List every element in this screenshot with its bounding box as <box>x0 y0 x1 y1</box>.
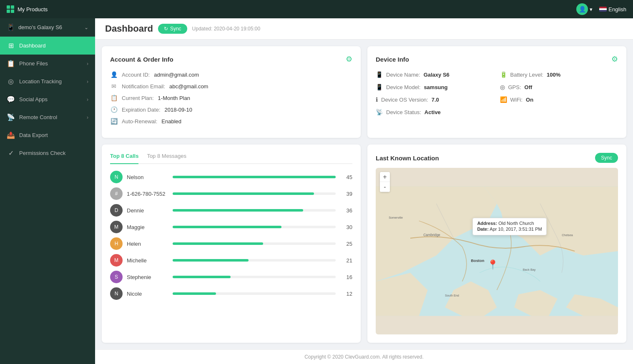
contact-name-3: Maggie <box>127 224 168 230</box>
device-info-value-4: 7.0 <box>432 97 439 103</box>
device-settings-icon[interactable]: ⚙ <box>611 55 618 64</box>
sidebar-item-permissions-check[interactable]: ✓ Permissions Check <box>0 144 95 162</box>
call-count-7: 12 <box>340 291 352 297</box>
device-info-item-0: 📱 Device Name: Galaxy S6 <box>376 71 494 78</box>
call-item-0: N Nelson 45 <box>110 171 352 183</box>
device-info-label-1: Battery Level: <box>510 72 544 78</box>
sidebar-item-remote-control[interactable]: 📡 Remote Control › <box>0 108 95 126</box>
popup-address: Address: Old North Church <box>477 221 542 226</box>
account-settings-icon[interactable]: ⚙ <box>346 55 352 64</box>
contact-avatar-0: N <box>110 171 123 183</box>
device-name: demo's Galaxy S6 <box>18 24 62 30</box>
content-area: Dashboard ↻ Sync Updated: 2020-04-20 19:… <box>95 18 633 364</box>
sidebar-chevron-remote-control: › <box>87 115 88 120</box>
map-sync-button[interactable]: Sync <box>595 153 618 163</box>
map-container: Cambridge Boston Winthrop Somerville Bac… <box>376 168 618 334</box>
footer: Copyright © 2020 ClevGuard.com. All righ… <box>95 349 633 364</box>
contact-name-7: Nicole <box>127 291 168 297</box>
device-selector[interactable]: 📱 demo's Galaxy S6 ⌄ <box>0 18 95 37</box>
account-row-value-4: Enabled <box>161 118 181 125</box>
device-info-item-1: 🔋 Battery Level: 100% <box>500 71 618 78</box>
popup-date: Date: Apr 10, 2017, 3:51:31 PM <box>477 227 542 232</box>
sidebar-item-phone-files[interactable]: 📋 Phone Files › <box>0 55 95 72</box>
sidebar-item-dashboard[interactable]: ⊞ Dashboard <box>0 37 95 55</box>
account-row-2: 📋 Current Plan: 1-Month Plan <box>110 95 352 101</box>
flag-icon <box>599 7 607 12</box>
contact-avatar-6: S <box>110 271 123 283</box>
updated-text: Updated: 2020-04-20 19:05:00 <box>192 26 260 32</box>
sidebar-chevron-phone-files: › <box>87 61 88 67</box>
user-avatar: 👤 <box>576 3 588 15</box>
sidebar-label-permissions-check: Permissions Check <box>19 150 88 156</box>
device-card: Device Info ⚙ 📱 Device Name: Galaxy S6 🔋… <box>367 46 626 138</box>
account-row-value-1: abc@gmail.com <box>169 83 208 90</box>
device-info-icon-2: 📱 <box>376 84 383 90</box>
call-item-1: # 1-626-780-7552 39 <box>110 187 352 200</box>
account-card: Account & Order Info ⚙ 👤 Account ID: adm… <box>102 46 361 138</box>
calls-tab-1[interactable]: Top 8 Messages <box>147 153 186 164</box>
page-title: Dashboard <box>105 23 153 34</box>
call-bar-fill-3 <box>173 226 281 228</box>
contact-name-1: 1-626-780-7552 <box>127 191 168 197</box>
sidebar-item-social-apps[interactable]: 💬 Social Apps › <box>0 90 95 108</box>
topbar-right: 👤 ▾ English <box>576 3 626 15</box>
language-selector[interactable]: English <box>599 6 626 12</box>
call-count-5: 21 <box>340 257 352 264</box>
sidebar-icon-social-apps: 💬 <box>7 95 15 103</box>
sidebar-label-social-apps: Social Apps <box>19 96 83 102</box>
svg-text:Back Bay: Back Bay <box>523 268 536 272</box>
call-bar-container-6 <box>173 276 336 278</box>
device-info-icon-6: 📡 <box>376 109 383 115</box>
call-bar-fill-6 <box>173 276 231 278</box>
zoom-in-button[interactable]: + <box>380 172 390 182</box>
sync-icon: ↻ <box>164 26 168 32</box>
account-row-icon-3: 🕐 <box>110 106 118 113</box>
device-info-item-4: ℹ Device OS Version: 7.0 <box>376 96 494 103</box>
map-svg: Cambridge Boston Winthrop Somerville Bac… <box>376 168 618 334</box>
account-row-icon-0: 👤 <box>110 71 118 78</box>
account-row-icon-4: 🔄 <box>110 118 118 125</box>
sidebar-label-remote-control: Remote Control <box>19 114 83 120</box>
device-info-label-0: Device Name: <box>386 72 420 78</box>
device-info-icon-5: 📶 <box>500 96 507 103</box>
calls-tab-0[interactable]: Top 8 Calls <box>110 153 138 164</box>
zoom-out-button[interactable]: - <box>380 182 390 192</box>
call-count-6: 16 <box>340 274 352 280</box>
map-zoom-controls: + - <box>380 172 390 192</box>
device-info-value-1: 100% <box>547 72 560 78</box>
location-card-title: Last Known Location <box>376 155 439 162</box>
svg-text:Somerville: Somerville <box>389 216 403 219</box>
svg-text:Chelsea: Chelsea <box>562 233 573 237</box>
call-bar-container-7 <box>173 292 336 295</box>
device-info-item-6: 📡 Device Status: Active <box>376 109 494 115</box>
map-popup: Address: Old North Church Date: Apr 10, … <box>472 218 546 235</box>
device-info-label-3: GPS: <box>508 84 521 90</box>
sync-label: Sync <box>170 26 181 32</box>
device-card-title: Device Info <box>376 56 409 63</box>
topbar-left: My Products <box>7 5 48 13</box>
contact-name-6: Stephenie <box>127 274 168 280</box>
device-info-value-3: Off <box>525 84 533 90</box>
device-info-value-5: On <box>526 97 533 103</box>
call-count-4: 25 <box>340 241 352 247</box>
account-row-value-0: admin@gmail.com <box>154 72 199 78</box>
device-info-icon-0: 📱 <box>376 71 383 78</box>
user-menu[interactable]: 👤 ▾ <box>576 3 593 15</box>
call-count-0: 45 <box>340 174 352 180</box>
call-bar-fill-1 <box>173 192 314 195</box>
sidebar: 📱 demo's Galaxy S6 ⌄ ⊞ Dashboard 📋 Phone… <box>0 18 95 364</box>
sidebar-icon-remote-control: 📡 <box>7 113 15 121</box>
sidebar-item-data-export[interactable]: 📤 Data Export <box>0 126 95 144</box>
device-info-grid: 📱 Device Name: Galaxy S6 🔋 Battery Level… <box>376 71 618 115</box>
call-bar-container-5 <box>173 259 336 262</box>
sync-button[interactable]: ↻ Sync <box>158 24 187 34</box>
device-selector-left: 📱 demo's Galaxy S6 <box>7 23 62 31</box>
contact-avatar-4: H <box>110 237 123 250</box>
svg-text:Boston: Boston <box>471 259 484 263</box>
device-chevron-icon: ⌄ <box>84 25 88 30</box>
location-card: Last Known Location Sync <box>367 145 626 343</box>
sidebar-item-location-tracking[interactable]: ◎ Location Tracking › <box>0 72 95 90</box>
device-card-header: Device Info ⚙ <box>376 55 618 64</box>
device-info-label-2: Device Model: <box>386 84 420 90</box>
call-item-2: D Dennie 36 <box>110 204 352 217</box>
